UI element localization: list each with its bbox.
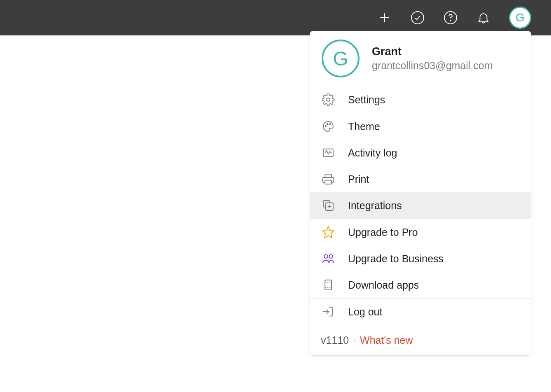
svg-point-2: [411, 12, 424, 24]
gear-icon: [322, 93, 335, 106]
version-label: v1110: [321, 334, 349, 346]
user-email: grantcollins03@gmail.com: [372, 60, 493, 72]
svg-point-6: [325, 126, 327, 127]
logout-icon: [322, 305, 335, 318]
dropdown-header: G Grant grantcollins03@gmail.com: [310, 31, 531, 86]
menu-label: Theme: [348, 121, 380, 133]
svg-point-15: [324, 254, 328, 258]
printer-icon: [322, 173, 335, 186]
activity-icon: [322, 146, 335, 159]
help-circle-icon: [443, 10, 458, 25]
menu-label: Upgrade to Business: [348, 253, 444, 265]
user-info: Grant grantcollins03@gmail.com: [372, 45, 493, 72]
palette-icon: [322, 120, 335, 133]
svg-rect-10: [325, 180, 332, 184]
add-button[interactable]: [377, 10, 392, 25]
menu-label: Log out: [348, 306, 382, 318]
bell-icon: [476, 11, 490, 25]
menu-item-theme[interactable]: Theme: [310, 113, 531, 140]
menu-item-integrations[interactable]: Integrations: [310, 192, 531, 219]
device-icon: [322, 278, 335, 292]
user-name: Grant: [372, 45, 493, 58]
svg-point-5: [327, 98, 330, 101]
user-avatar-button[interactable]: G: [509, 7, 531, 29]
menu-item-activity-log[interactable]: Activity log: [310, 140, 531, 166]
menu-label: Settings: [348, 94, 385, 106]
menu-item-logout[interactable]: Log out: [310, 299, 531, 325]
whats-new-link[interactable]: What's new: [360, 334, 413, 346]
menu-label: Upgrade to Pro: [348, 226, 418, 238]
svg-marker-14: [323, 227, 334, 238]
menu-item-settings[interactable]: Settings: [310, 86, 531, 113]
svg-point-7: [327, 124, 328, 125]
notifications-button[interactable]: [476, 10, 491, 25]
menu-label: Print: [348, 173, 369, 185]
plus-icon: [378, 11, 391, 24]
dropdown-avatar-initial: G: [333, 47, 348, 70]
help-button[interactable]: [443, 10, 458, 25]
dropdown-footer: v1110 · What's new: [310, 325, 531, 355]
user-dropdown-menu: G Grant grantcollins03@gmail.com Setting…: [310, 31, 531, 356]
menu-item-upgrade-business[interactable]: Upgrade to Business: [310, 245, 531, 272]
svg-point-4: [450, 20, 451, 21]
dropdown-avatar: G: [322, 40, 360, 77]
people-icon: [322, 252, 335, 265]
top-bar: G: [0, 0, 551, 35]
svg-point-8: [329, 124, 331, 125]
svg-rect-17: [325, 280, 332, 290]
check-circle-icon: [410, 10, 425, 25]
avatar-initial: G: [516, 11, 525, 24]
menu-item-upgrade-pro[interactable]: Upgrade to Pro: [310, 219, 531, 245]
menu-label: Integrations: [348, 200, 402, 212]
menu-label: Activity log: [348, 147, 397, 159]
footer-separator: ·: [353, 334, 356, 346]
star-icon: [322, 226, 335, 239]
menu-item-print[interactable]: Print: [310, 166, 531, 192]
menu-item-download-apps[interactable]: Download apps: [310, 272, 531, 298]
svg-rect-9: [323, 149, 333, 157]
menu-label: Download apps: [348, 279, 419, 291]
complete-button[interactable]: [410, 10, 425, 25]
svg-point-16: [329, 254, 333, 258]
integrations-icon: [322, 199, 335, 212]
